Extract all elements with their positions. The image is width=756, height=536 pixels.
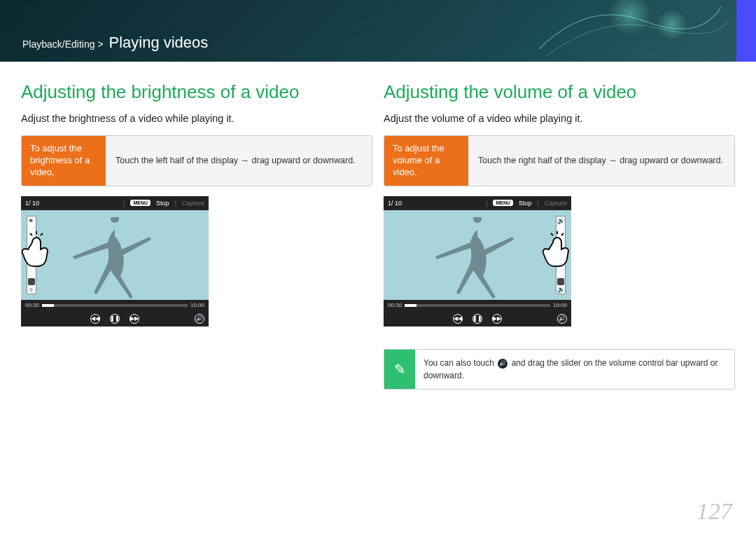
svg-point-1	[657, 9, 687, 40]
brightness-instruction: To adjust the brightness of a video, Tou…	[21, 135, 372, 186]
brightness-min-icon: ☼	[28, 286, 34, 293]
brightness-intro: Adjust the brightness of a video while p…	[21, 113, 372, 124]
brightness-heading: Adjusting the brightness of a video	[21, 81, 372, 103]
dancer-silhouette	[428, 217, 526, 300]
note-text-pre: You can also touch	[424, 358, 496, 368]
pause-button[interactable]: ❚❚	[472, 314, 482, 324]
volume-heading: Adjusting the volume of a video	[384, 81, 735, 103]
volume-note: ✎ You can also touch 🔊 and drag the slid…	[384, 349, 735, 390]
volume-instruction: To adjust the volume of a video, Touch t…	[384, 135, 735, 186]
volume-min-icon: 🔈	[557, 286, 565, 293]
touch-gesture-icon	[21, 230, 57, 269]
forward-button[interactable]: ▶▶	[492, 314, 502, 324]
clip-counter: 1/ 10	[25, 200, 118, 207]
volume-intro: Adjust the volume of a video while playi…	[384, 113, 735, 124]
volume-instruction-body: Touch the right half of the display → dr…	[468, 136, 734, 186]
menu-badge: MENU	[130, 200, 150, 206]
progress-bar[interactable]: 00:30 10:00	[21, 300, 209, 311]
svg-point-0	[609, 0, 651, 35]
progress-bar[interactable]: 00:30 10:00	[384, 300, 571, 311]
progress-track[interactable]	[405, 304, 550, 307]
breadcrumb-section: Playback/Editing >	[22, 39, 104, 50]
time-elapsed: 00:30	[25, 302, 39, 308]
side-tab-indicator	[736, 0, 756, 62]
menu-badge: MENU	[493, 200, 513, 206]
brightness-instruction-label: To adjust the brightness of a video,	[22, 136, 106, 186]
touch-gesture-icon	[539, 230, 571, 269]
volume-button[interactable]: 🔊	[557, 314, 567, 324]
brightness-max-icon: ☀	[28, 217, 34, 224]
volume-instruction-label: To adjust the volume of a video,	[384, 136, 468, 186]
speaker-icon: 🔊	[498, 359, 507, 369]
volume-column: Adjusting the volume of a video Adjust t…	[384, 81, 735, 390]
volume-player: 1/ 10 | MENU Stop | Capture 🔊 🔈	[384, 196, 571, 327]
breadcrumb: Playback/Editing > Playing videos	[22, 34, 208, 52]
player-top-bar: 1/ 10 | MENU Stop | Capture	[384, 196, 571, 210]
note-body: You can also touch 🔊 and drag the slider…	[415, 350, 734, 389]
page-header: Playback/Editing > Playing videos	[0, 0, 756, 62]
dancer-silhouette	[66, 217, 164, 300]
rewind-button[interactable]: ◀◀	[90, 314, 100, 324]
pause-button[interactable]: ❚❚	[110, 314, 120, 324]
breadcrumb-title: Playing videos	[108, 34, 208, 51]
page-number: 127	[696, 498, 732, 525]
time-total: 10:00	[553, 302, 567, 308]
stop-label: Stop	[156, 200, 169, 207]
video-area[interactable]: 🔊 🔈	[384, 210, 571, 300]
capture-label: Capture	[182, 200, 204, 207]
brightness-column: Adjusting the brightness of a video Adju…	[21, 81, 372, 390]
player-controls: ◀◀ ❚❚ ▶▶ 🔊	[384, 311, 571, 327]
page-content: Adjusting the brightness of a video Adju…	[0, 62, 756, 390]
time-elapsed: 00:30	[388, 302, 402, 308]
brightness-instruction-body: Touch the left half of the display → dra…	[106, 136, 372, 186]
brightness-slider-handle[interactable]	[28, 278, 35, 285]
note-pen-icon: ✎	[384, 350, 415, 389]
volume-slider-handle[interactable]	[557, 278, 564, 285]
video-area[interactable]: ☀ ☼	[21, 210, 209, 300]
rewind-button[interactable]: ◀◀	[453, 314, 463, 324]
player-controls: ◀◀ ❚❚ ▶▶ 🔊	[21, 311, 209, 327]
time-total: 10:00	[190, 302, 204, 308]
player-top-bar: 1/ 10 | MENU Stop | Capture	[21, 196, 209, 210]
header-decoration	[532, 0, 728, 62]
stop-label: Stop	[519, 200, 532, 207]
forward-button[interactable]: ▶▶	[130, 314, 139, 324]
volume-button[interactable]: 🔊	[195, 314, 204, 324]
volume-max-icon: 🔊	[557, 217, 565, 224]
brightness-player: 1/ 10 | MENU Stop | Capture ☀ ☼	[21, 196, 209, 327]
clip-counter: 1/ 10	[388, 200, 480, 207]
progress-track[interactable]	[42, 304, 188, 307]
capture-label: Capture	[545, 200, 567, 207]
